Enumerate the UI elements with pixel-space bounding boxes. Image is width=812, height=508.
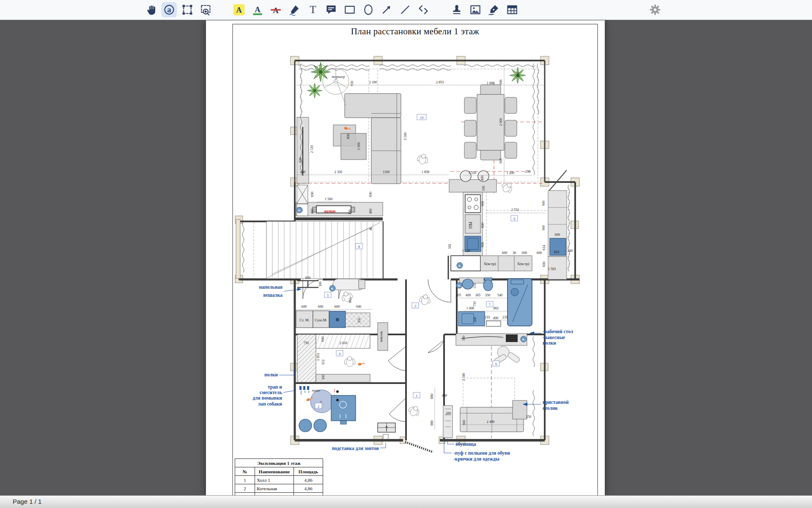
dimension-label: 1 503	[548, 267, 556, 271]
stamp-tool-button[interactable]	[449, 2, 464, 17]
annotation-label: обувница	[455, 442, 476, 447]
dimension-label: 1 550	[469, 171, 476, 175]
dimension-label: 940	[356, 305, 361, 309]
dimension-label: 600	[481, 223, 485, 228]
dimension-label: 600	[542, 262, 546, 267]
room-number: 7	[489, 303, 491, 307]
strikeout-tool-button[interactable]: A	[268, 2, 283, 17]
select-text-icon: a	[163, 3, 176, 16]
status-bar: Page 1 / 1	[0, 495, 812, 508]
annotation-label: вешалка	[263, 293, 283, 298]
dimension-label: 600	[299, 157, 302, 163]
stamp-icon	[450, 3, 463, 16]
dimension-label: 316	[482, 186, 486, 191]
marquee-select-icon	[181, 3, 194, 16]
select-text-tool-button[interactable]: a	[162, 2, 177, 17]
dimension-label: 600	[537, 251, 542, 255]
table-icon	[506, 3, 518, 16]
ventilation-badge-label: к.	[298, 208, 301, 212]
boiler-room	[299, 386, 453, 440]
settings-button[interactable]	[647, 2, 663, 17]
dimension-label: 1 851	[316, 353, 320, 361]
dimension-label: 3 500	[403, 133, 407, 140]
signature-tool-button[interactable]	[486, 2, 501, 17]
dimension-label: 1 128	[462, 249, 470, 253]
annotation-label: приставной	[543, 400, 569, 405]
dimension-label: 600	[522, 251, 527, 255]
legend-col-name: Наименование	[255, 467, 294, 476]
dimension-label: 690	[369, 192, 373, 197]
dimension-label: 233	[485, 315, 490, 319]
line-tool-button[interactable]	[398, 2, 413, 17]
text-tool-button[interactable]: T	[305, 2, 321, 17]
room-number: 2	[318, 404, 320, 409]
table-cell: 2	[235, 484, 255, 493]
dimension-label: 906	[499, 158, 503, 163]
page-indicator: Page 1 / 1	[0, 496, 41, 508]
document-page[interactable]: 9302 1002 8531 0009062502 0009066002 510…	[206, 20, 605, 495]
dimension-label: 500	[473, 317, 477, 322]
table-cell: 1	[235, 476, 255, 484]
plan-label: консоль	[379, 331, 383, 342]
dimension-label: 614	[542, 245, 546, 250]
dimension-label: 550	[473, 283, 477, 288]
select-area-tool-button[interactable]	[180, 2, 195, 17]
plan-label: трап	[312, 388, 320, 392]
curtain-wave	[380, 65, 451, 66]
comment-tool-button[interactable]	[324, 2, 339, 17]
annotation-label: -крючки для одежды	[453, 456, 499, 462]
annotation-label: -навесные	[543, 335, 565, 340]
curtain-wave	[533, 390, 535, 436]
gear-icon	[649, 3, 661, 16]
dimension-label: 240	[568, 249, 573, 253]
ventilation-badge-label: к.	[522, 337, 525, 341]
annotation-label: полки	[543, 340, 556, 345]
strikeout-icon: A	[269, 3, 282, 16]
highlight-tool-button[interactable]: A	[231, 2, 247, 17]
dimension-label: 1 000	[487, 81, 494, 85]
dimension-label: 1 500	[325, 197, 332, 201]
floor-plan-drawing: 9302 1002 8531 0009062502 0009066002 510…	[206, 20, 605, 495]
zoom-area-tool-button[interactable]	[198, 2, 214, 17]
annotation-label: полки	[264, 372, 278, 377]
dimension-label: 880	[430, 420, 434, 425]
text-icon: T	[307, 3, 319, 16]
polyline-tool-button[interactable]	[416, 2, 431, 17]
dimension-label: 582	[448, 244, 452, 249]
comment-bubble-icon	[325, 3, 337, 16]
room-number: 5	[327, 293, 329, 298]
room-number: 9	[513, 217, 516, 221]
legend-table: Экспликация 1 этаж № Наименование Площад…	[235, 458, 323, 495]
dimension-label: 400	[466, 293, 471, 297]
table-tool-button[interactable]	[505, 2, 520, 17]
hand-icon	[145, 3, 157, 16]
dimension-label: 663	[554, 250, 559, 254]
dimension-label: 1 858	[422, 170, 429, 174]
dimension-label: 30	[513, 251, 516, 255]
plan-label: Ст. М.	[299, 318, 310, 322]
annotation-label: -пуф с полками для обуви	[453, 450, 510, 456]
curtain-wave	[299, 65, 370, 66]
dimension-label: 1 200	[507, 171, 514, 175]
dimension-label: 900	[542, 225, 546, 230]
dining-set	[464, 85, 517, 160]
dimension-label: 450	[442, 394, 447, 398]
dimension-label: 2 340	[462, 373, 466, 381]
dimension-label: 600	[321, 337, 325, 342]
dimension-label: 400	[480, 176, 484, 181]
pan-tool-button[interactable]	[143, 2, 159, 17]
room-number: 6	[495, 362, 497, 366]
underline-icon: A	[251, 3, 264, 16]
ellipse-tool-button[interactable]	[361, 2, 376, 17]
image-tool-button[interactable]	[468, 2, 483, 17]
draw-tool-button[interactable]	[287, 2, 302, 17]
annotation-label: для помывки	[252, 395, 282, 400]
ventilation-badge-label: к.	[331, 287, 334, 290]
room-number: 8	[358, 245, 360, 249]
rectangle-tool-button[interactable]	[342, 2, 357, 17]
room-number: 1	[416, 394, 418, 398]
underline-tool-button[interactable]: A	[250, 2, 265, 17]
dimension-label: 2 853	[436, 80, 444, 84]
arrow-tool-button[interactable]	[379, 2, 394, 17]
annotation-label: трап и	[268, 384, 282, 390]
